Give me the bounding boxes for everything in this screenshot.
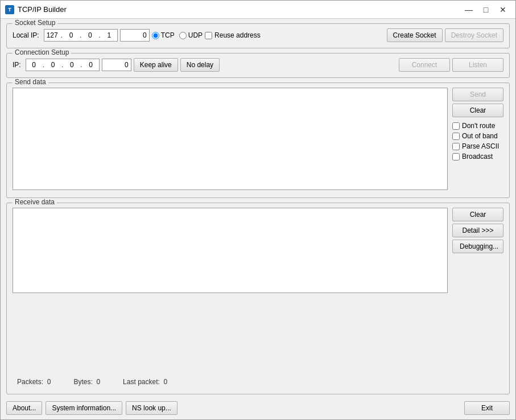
broadcast-checkbox-label[interactable]: Broadcast xyxy=(452,153,503,160)
connection-setup-label: Connection Setup xyxy=(13,48,71,56)
udp-radio-label[interactable]: UDP xyxy=(179,31,203,39)
send-textarea-wrapper xyxy=(13,88,448,192)
packets-label: Packets: 0 xyxy=(17,378,51,386)
send-data-section: Send Clear Don't route Out of band Parse… xyxy=(13,88,503,192)
dont-route-checkbox[interactable] xyxy=(452,122,460,130)
receive-data-group: Receive data Clear Detail >>> Debugging.… xyxy=(6,203,510,394)
minimize-button[interactable]: — xyxy=(461,3,477,16)
system-information-button[interactable]: System information... xyxy=(46,401,122,415)
conn-ip-oct2[interactable] xyxy=(45,59,61,71)
parse-ascii-checkbox[interactable] xyxy=(452,143,460,150)
socket-setup-row: Local IP: . . . TCP xyxy=(13,28,503,42)
local-ip-oct1[interactable] xyxy=(44,30,60,41)
receive-controls: Clear Detail >>> Debugging... xyxy=(452,208,503,376)
send-controls: Send Clear Don't route Out of band Parse… xyxy=(452,88,503,192)
window-controls: — □ ✕ xyxy=(461,3,511,16)
conn-ip-oct4[interactable] xyxy=(83,59,99,71)
title-bar: T TCP/IP Builder — □ ✕ xyxy=(1,1,515,19)
app-icon: T xyxy=(5,5,14,14)
conn-ip-oct3[interactable] xyxy=(64,59,80,71)
local-ip-label: Local IP: xyxy=(13,31,39,39)
broadcast-checkbox[interactable] xyxy=(452,153,460,160)
receive-textarea-wrapper xyxy=(13,208,448,376)
create-socket-button[interactable]: Create Socket xyxy=(387,28,443,42)
parse-ascii-checkbox-label[interactable]: Parse ASCII xyxy=(452,142,503,150)
send-button[interactable]: Send xyxy=(452,88,503,101)
conn-port-input[interactable] xyxy=(102,59,131,71)
last-packet-label: Last packet: 0 xyxy=(123,378,167,386)
maximize-button[interactable]: □ xyxy=(478,3,494,16)
tcp-radio-label[interactable]: TCP xyxy=(152,31,175,39)
bytes-label: Bytes: 0 xyxy=(73,378,100,386)
connect-button[interactable]: Connect xyxy=(399,58,450,72)
send-data-label: Send data xyxy=(13,78,48,86)
reuse-address-checkbox[interactable] xyxy=(205,32,212,39)
connection-setup-group: Connection Setup IP: . . . Keep alive No… xyxy=(6,53,510,78)
dont-route-checkbox-label[interactable]: Don't route xyxy=(452,122,503,130)
receive-textarea[interactable] xyxy=(13,208,448,293)
local-ip-oct4[interactable] xyxy=(101,30,117,41)
conn-ip-group: . . . xyxy=(26,59,100,71)
receive-data-section: Clear Detail >>> Debugging... xyxy=(13,208,503,376)
receive-data-label: Receive data xyxy=(13,198,57,206)
send-clear-button[interactable]: Clear xyxy=(452,104,503,117)
socket-setup-label: Socket Setup xyxy=(13,19,57,27)
exit-button[interactable]: Exit xyxy=(464,401,510,415)
bottom-right: Exit xyxy=(464,401,510,415)
socket-setup-group: Socket Setup Local IP: . . . TCP xyxy=(6,23,510,48)
conn-ip-oct1[interactable] xyxy=(26,59,42,71)
status-bar: Packets: 0 Bytes: 0 Last packet: 0 xyxy=(13,376,503,388)
about-button[interactable]: About... xyxy=(6,401,42,415)
protocol-radio-group: TCP UDP xyxy=(152,31,203,39)
reuse-address-checkbox-label[interactable]: Reuse address xyxy=(205,31,261,39)
local-port-input[interactable] xyxy=(120,29,150,42)
local-ip-oct3[interactable] xyxy=(82,30,98,41)
destroy-socket-button[interactable]: Destroy Socket xyxy=(445,28,503,42)
keep-alive-button[interactable]: Keep alive xyxy=(134,58,178,72)
bottom-buttons: About... System information... NS look u… xyxy=(1,399,515,419)
ip-label: IP: xyxy=(13,61,21,69)
out-of-band-checkbox-label[interactable]: Out of band xyxy=(452,132,503,140)
local-ip-oct2[interactable] xyxy=(63,30,79,41)
udp-radio[interactable] xyxy=(179,32,187,39)
detail-button[interactable]: Detail >>> xyxy=(452,224,503,237)
local-ip-group: . . . xyxy=(44,29,118,42)
send-textarea[interactable] xyxy=(13,88,448,190)
main-window: T TCP/IP Builder — □ ✕ Socket Setup Loca… xyxy=(0,0,516,420)
main-content: Socket Setup Local IP: . . . TCP xyxy=(1,19,515,399)
ns-look-up-button[interactable]: NS look up... xyxy=(126,401,177,415)
send-data-group: Send data Send Clear Don't route Out of … xyxy=(6,83,510,198)
close-button[interactable]: ✕ xyxy=(495,3,511,16)
window-title: TCP/IP Builder xyxy=(18,5,461,14)
tcp-radio[interactable] xyxy=(152,32,159,39)
listen-button[interactable]: Listen xyxy=(452,58,503,72)
connection-setup-row: IP: . . . Keep alive No delay Connect Li… xyxy=(13,58,503,72)
no-delay-button[interactable]: No delay xyxy=(180,58,220,72)
receive-clear-button[interactable]: Clear xyxy=(452,208,503,221)
out-of-band-checkbox[interactable] xyxy=(452,133,460,140)
debugging-button[interactable]: Debugging... xyxy=(452,240,503,253)
